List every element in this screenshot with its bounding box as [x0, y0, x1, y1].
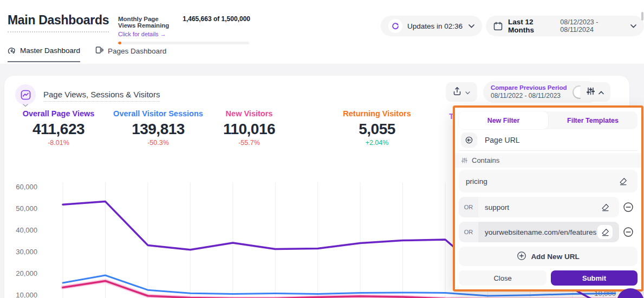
- pages-dashboard-icon: [95, 46, 103, 56]
- metric-label: New Visitors: [203, 109, 296, 118]
- chevron-down-icon: [469, 24, 474, 28]
- filter-or-value: yourwebsitename.com/en/features: [485, 228, 597, 236]
- metric-value: 110,016: [203, 121, 296, 138]
- compare-label: Compare Previous Period: [491, 84, 567, 91]
- tab-master-dashboard[interactable]: Master Dashboard: [8, 45, 80, 62]
- usage-progress-bar: [118, 42, 249, 44]
- filter-or-value-cell[interactable]: support: [478, 197, 619, 217]
- page-title: Main Dashboards: [8, 13, 109, 32]
- filter-value-row[interactable]: pricing: [459, 170, 638, 193]
- usage-label: Monthly Page Views Remaining: [118, 16, 176, 29]
- filter-field-label: Page URL: [485, 136, 520, 144]
- date-range-label: 08/12/2023 - 08/11/2024: [560, 18, 625, 34]
- usage-details-link[interactable]: Click for details →: [118, 31, 166, 37]
- filter-value: pricing: [466, 177, 615, 186]
- metric-new-visitors: New Visitors 110,016 -55.7%: [203, 109, 296, 147]
- chevron-down-icon: [630, 24, 636, 28]
- usage-meter: Monthly Page Views Remaining 1,465,663 o…: [118, 15, 250, 44]
- close-button[interactable]: Close: [459, 270, 547, 286]
- dashboard-page: Main Dashboards Monthly Page Views Remai…: [0, 0, 644, 298]
- filter-or-value-cell[interactable]: yourwebsitename.com/en/features: [478, 222, 619, 242]
- metric-delta: +2.04%: [330, 139, 424, 147]
- metric-overall-visitor-sessions: Overall Visitor Sessions 139,813 -50.3%: [112, 109, 205, 147]
- card-title: Page Views, Sessions & Visitors: [43, 90, 160, 102]
- chevron-down-icon: [15, 104, 36, 107]
- add-new-url-button[interactable]: Add New URL: [459, 247, 638, 266]
- filter-operator-label: Contains: [472, 156, 499, 164]
- metric-delta: -55.7%: [203, 139, 296, 147]
- metric-label: Overall Visitor Sessions: [112, 109, 205, 118]
- metric-label: Returning Visitors: [330, 109, 424, 118]
- metric-value: 411,623: [12, 121, 105, 138]
- chevron-up-icon: [599, 87, 604, 97]
- filter-panel-tabs: New Filter Filter Templates: [459, 111, 638, 129]
- metric-value: 5,055: [330, 121, 424, 138]
- sliders-icon: [461, 156, 467, 165]
- metric-value: 139,813: [112, 121, 205, 138]
- refresh-icon: [388, 19, 402, 33]
- scrollbar-thumb[interactable]: [641, 12, 643, 21]
- usage-value: 1,465,663 of 1,500,000: [183, 15, 250, 23]
- metric-returning-visitors: Returning Visitors 5,055 +2.04%: [330, 109, 424, 147]
- export-button[interactable]: [446, 82, 477, 102]
- export-icon: [453, 87, 461, 98]
- dashboard-tabs: Master Dashboard Pages Dashboard: [8, 45, 166, 62]
- date-range-picker[interactable]: Last 12 Months 08/12/2023 - 08/11/2024: [486, 16, 644, 36]
- eraser-icon[interactable]: [597, 225, 613, 239]
- usage-progress-fill: [118, 42, 121, 44]
- chevron-down-icon: [465, 87, 470, 97]
- minus-circle-icon[interactable]: [619, 227, 638, 237]
- eraser-icon[interactable]: [615, 174, 630, 188]
- filter-field-selector[interactable]: Page URL: [459, 129, 638, 151]
- filter-panel: New Filter Filter Templates Page URL Con…: [453, 105, 643, 292]
- compare-range: 08/11/2022 - 08/11/2023: [491, 92, 567, 100]
- sliders-icon: [587, 87, 595, 97]
- metric-delta: -50.3%: [112, 139, 205, 147]
- updates-label: Updates in 02:36: [407, 22, 463, 30]
- tab-label: Pages Dashboard: [108, 47, 166, 55]
- filter-or-value: support: [485, 203, 597, 211]
- submit-button[interactable]: Submit: [551, 270, 638, 286]
- or-label: OR: [459, 222, 478, 242]
- page-url-icon: [461, 133, 477, 148]
- tab-label: Master Dashboard: [20, 47, 80, 55]
- tab-pages-dashboard[interactable]: Pages Dashboard: [95, 45, 166, 62]
- metric-delta: -8.01%: [12, 139, 105, 147]
- minus-circle-icon[interactable]: [619, 202, 638, 213]
- metric-overall-page-views: Overall Page Views 411,623 -8.01%: [12, 109, 105, 147]
- tab-filter-templates[interactable]: Filter Templates: [548, 111, 638, 129]
- add-new-url-label: Add New URL: [531, 253, 579, 261]
- calendar-icon: [493, 22, 503, 31]
- metric-label: Overall Page Views: [12, 109, 105, 118]
- filter-or-row: OR yourwebsitename.com/en/features: [459, 222, 638, 242]
- or-label: OR: [459, 197, 478, 217]
- master-dashboard-icon: [8, 45, 16, 55]
- filter-button[interactable]: [580, 82, 610, 102]
- filter-or-row: OR support: [459, 197, 638, 217]
- date-preset-label: Last 12 Months: [508, 18, 555, 34]
- tab-new-filter[interactable]: New Filter: [459, 111, 548, 129]
- updates-dropdown[interactable]: Updates in 02:36: [381, 16, 482, 36]
- chart-line-icon[interactable]: [15, 84, 36, 105]
- eraser-icon[interactable]: [597, 200, 613, 214]
- filter-operator-selector[interactable]: Contains: [455, 153, 641, 168]
- plus-circle-icon: [517, 251, 526, 262]
